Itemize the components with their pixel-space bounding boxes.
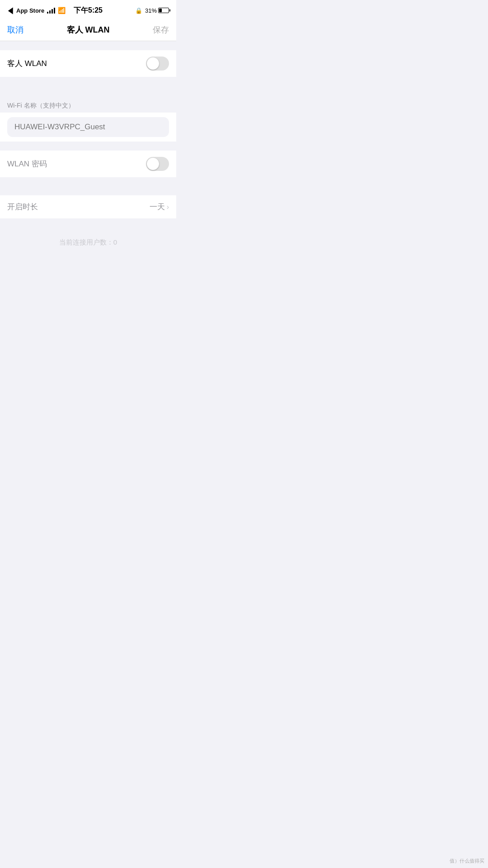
status-bar: ◀ App Store 📶 下午5:25 🔒 31% bbox=[0, 0, 176, 20]
spacer-4 bbox=[0, 186, 176, 195]
status-time: 下午5:25 bbox=[74, 6, 103, 15]
back-arrow-icon: ◀ bbox=[8, 5, 13, 15]
wifi-name-input-section bbox=[0, 113, 176, 142]
wlan-password-row: WLAN 密码 bbox=[0, 151, 176, 177]
toggle-knob bbox=[147, 57, 159, 70]
wifi-name-input[interactable] bbox=[7, 117, 169, 137]
cancel-button[interactable]: 取消 bbox=[7, 24, 23, 35]
chevron-right-icon: › bbox=[167, 203, 169, 211]
nav-bar: 取消 客人 WLAN 保存 bbox=[0, 20, 176, 41]
spacer-1 bbox=[0, 41, 176, 50]
page-title: 客人 WLAN bbox=[67, 24, 110, 35]
battery-body-icon bbox=[158, 8, 169, 13]
wlan-password-section: WLAN 密码 bbox=[0, 151, 176, 177]
wifi-name-label: Wi-Fi 名称（支持中文） bbox=[7, 102, 75, 109]
status-left: ◀ App Store 📶 bbox=[7, 5, 66, 15]
duration-value[interactable]: 一天 › bbox=[150, 202, 169, 212]
spacer-3 bbox=[0, 142, 176, 151]
battery-percent: 31% bbox=[145, 7, 157, 14]
duration-label: 开启时长 bbox=[7, 202, 38, 212]
wlan-password-label: WLAN 密码 bbox=[7, 159, 47, 169]
guest-wlan-row: 客人 WLAN bbox=[0, 50, 176, 77]
wlan-password-toggle-knob bbox=[147, 158, 159, 170]
wifi-icon: 📶 bbox=[58, 7, 66, 14]
guest-wlan-label: 客人 WLAN bbox=[7, 58, 47, 69]
app-store-label: App Store bbox=[16, 7, 44, 14]
battery-indicator: 31% bbox=[145, 7, 169, 14]
duration-section: 开启时长 一天 › bbox=[0, 195, 176, 218]
wifi-name-label-section: Wi-Fi 名称（支持中文） bbox=[0, 95, 176, 113]
connected-users: 当前连接用户数：0 bbox=[0, 227, 176, 258]
duration-row[interactable]: 开启时长 一天 › bbox=[0, 195, 176, 218]
signal-bars-icon bbox=[47, 7, 55, 14]
lock-icon: 🔒 bbox=[135, 7, 142, 14]
duration-text: 一天 bbox=[150, 202, 165, 212]
connected-users-text: 当前连接用户数：0 bbox=[59, 238, 117, 246]
spacer-2 bbox=[0, 86, 176, 95]
guest-wlan-section: 客人 WLAN bbox=[0, 50, 176, 77]
status-right: 🔒 31% bbox=[135, 7, 169, 14]
save-button[interactable]: 保存 bbox=[153, 24, 169, 35]
guest-wlan-toggle[interactable] bbox=[146, 57, 169, 71]
battery-fill bbox=[159, 9, 162, 12]
wlan-password-toggle[interactable] bbox=[146, 157, 169, 171]
content: 客人 WLAN Wi-Fi 名称（支持中文） WLAN 密码 开启时长 一天 › bbox=[0, 41, 176, 258]
